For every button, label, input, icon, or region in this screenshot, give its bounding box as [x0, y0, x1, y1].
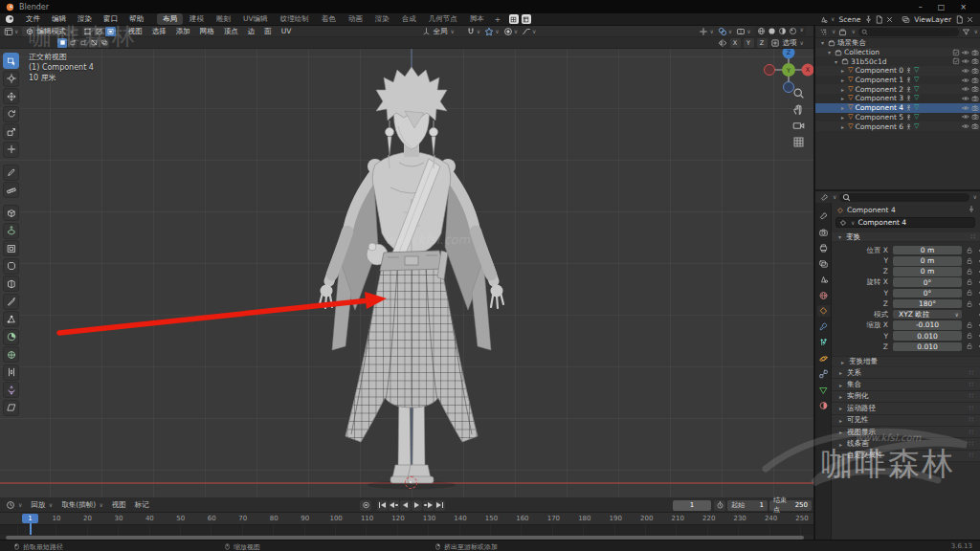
workspace-tab-10[interactable]: 脚本: [464, 13, 490, 25]
properties-tab-world[interactable]: [817, 290, 830, 301]
expand-caret-icon[interactable]: ▾: [833, 58, 839, 65]
play-button[interactable]: [412, 500, 422, 511]
proportional-edit-icon[interactable]: ∨: [503, 27, 518, 36]
hide-eye-icon[interactable]: [962, 122, 969, 130]
stopwatch-icon[interactable]: [714, 500, 725, 511]
material-shading-icon[interactable]: [778, 27, 787, 35]
playhead[interactable]: 1: [22, 514, 38, 523]
outliner-row-collection[interactable]: ▾ Collection: [815, 48, 980, 57]
xray-toggle-icon[interactable]: ∨: [736, 27, 750, 36]
properties-editor-icon[interactable]: [820, 193, 829, 202]
hide-eye-icon[interactable]: [962, 77, 969, 84]
workspace-tab-3[interactable]: UV编辑: [237, 13, 274, 25]
tool-spin-button[interactable]: [3, 329, 19, 345]
expand-caret-icon[interactable]: ▸: [839, 95, 846, 101]
section-2[interactable]: ▸ 实例化∷: [832, 391, 980, 403]
viewport-menu-3[interactable]: 网格: [195, 27, 219, 36]
expand-caret-icon[interactable]: ▾: [819, 39, 826, 46]
outliner-row-component-5[interactable]: ▸▽ Component 5 ▽: [815, 113, 980, 122]
modifier-icon[interactable]: [905, 114, 912, 121]
tool-cursor-button[interactable]: [3, 71, 19, 87]
pan-hand-icon[interactable]: [792, 103, 805, 116]
tool-edge-slide-button[interactable]: [3, 364, 19, 381]
view-layer-icon[interactable]: [902, 15, 910, 24]
scene-caret-icon[interactable]: ∨: [831, 16, 835, 22]
workspace-tab-1[interactable]: 建模: [184, 13, 210, 25]
outliner-row-场景集合[interactable]: ▾ 场景集合: [815, 38, 980, 48]
outliner-search-input[interactable]: [858, 28, 959, 36]
modifier-icon[interactable]: [905, 95, 912, 101]
checkbox-icon[interactable]: [952, 49, 960, 56]
editor-type-caret-icon[interactable]: ∨: [14, 29, 18, 34]
object-name-field[interactable]: ∨ Component 4: [835, 217, 975, 228]
wireframe-shading-icon[interactable]: [757, 27, 766, 35]
outliner-row-component-3[interactable]: ▸▽ Component 3 ▽: [815, 94, 980, 103]
lock-icon[interactable]: [966, 289, 973, 297]
new-scene-icon[interactable]: [875, 15, 883, 24]
scene-icon[interactable]: [819, 15, 828, 24]
viewport-menu-6[interactable]: 面: [259, 27, 277, 36]
properties-tab-object[interactable]: [817, 305, 830, 317]
expand-caret-icon[interactable]: ▸: [839, 104, 846, 111]
prev-keyframe-button[interactable]: [389, 500, 399, 511]
next-keyframe-button[interactable]: [423, 500, 434, 511]
tool-inset-faces-button[interactable]: [3, 240, 19, 256]
filter-funnel-icon[interactable]: [962, 28, 970, 36]
snap-target-icon[interactable]: ∨: [484, 27, 499, 36]
viewport-3d[interactable]: 正交前视图 (1) Component 4 10 厘米: [0, 49, 813, 497]
transform-value-field[interactable]: 0 m: [893, 246, 962, 255]
jump-start-button[interactable]: [377, 500, 388, 511]
solid-shading-icon[interactable]: [768, 27, 776, 35]
outliner-item-label[interactable]: Component 2: [855, 85, 903, 94]
transform-value-field[interactable]: -0.010: [893, 320, 962, 330]
modifier-icon[interactable]: [905, 86, 912, 93]
disable-render-camera-icon[interactable]: [971, 77, 979, 84]
viewport-menu-7[interactable]: UV: [277, 27, 297, 36]
zoom-icon[interactable]: [792, 87, 805, 99]
view-layer-name[interactable]: ViewLayer: [912, 15, 953, 24]
outliner-item-label[interactable]: Collection: [844, 48, 880, 56]
properties-tab-tool[interactable]: [817, 210, 830, 222]
menu-3[interactable]: 窗口: [98, 14, 123, 24]
outliner-item-label[interactable]: Component 1: [855, 76, 903, 84]
tool-move-button[interactable]: [3, 88, 19, 104]
outliner-row-component-1[interactable]: ▸▽ Component 1 ▽: [815, 76, 980, 85]
delta-transform-section[interactable]: ▸ 变换增量: [832, 356, 980, 366]
falloff-icon[interactable]: ∨: [522, 27, 536, 36]
disable-render-camera-icon[interactable]: [971, 57, 979, 65]
add-workspace-button[interactable]: +: [490, 15, 505, 24]
properties-tab-view-layer[interactable]: [817, 258, 830, 270]
properties-tab-physics[interactable]: [817, 353, 830, 364]
select-op-invert-button[interactable]: [89, 38, 99, 48]
hide-eye-icon[interactable]: [962, 85, 969, 93]
snap-magnet-icon[interactable]: ∨: [466, 27, 480, 36]
viewport-menu-0[interactable]: 视图: [123, 27, 147, 36]
tool-bevel-button[interactable]: [3, 258, 19, 275]
tool-box-select-button[interactable]: [3, 53, 19, 69]
mode-dropdown[interactable]: 编辑模式 ∨: [22, 27, 77, 36]
lock-icon[interactable]: [966, 321, 973, 329]
ortho-grid-icon[interactable]: [792, 136, 805, 148]
tool-extrude-region-button[interactable]: [3, 223, 19, 239]
outliner-item-label[interactable]: Component 5: [855, 113, 903, 121]
transform-value-field[interactable]: 0.010: [893, 342, 962, 352]
disable-render-camera-icon[interactable]: [971, 49, 979, 56]
navigation-gizmo[interactable]: Z X Y: [764, 49, 813, 97]
timeline-editor-icon[interactable]: [6, 500, 15, 510]
viewport-menu-1[interactable]: 选择: [147, 27, 171, 36]
properties-tab-constraints[interactable]: [817, 368, 830, 380]
blender-menu-icon[interactable]: [5, 14, 14, 24]
snap-face-icon[interactable]: [770, 38, 780, 48]
transform-value-field[interactable]: 0 m: [893, 267, 962, 276]
indicator-icon-1[interactable]: [509, 14, 519, 24]
outliner-item-label[interactable]: Component 6: [855, 122, 903, 131]
disable-render-camera-icon[interactable]: [971, 104, 979, 112]
outliner-item-label[interactable]: Component 3: [855, 94, 903, 102]
properties-search-input[interactable]: [839, 193, 969, 202]
pin-id-icon[interactable]: [968, 206, 975, 213]
lock-icon[interactable]: [966, 247, 973, 254]
menu-4[interactable]: 帮助: [123, 14, 149, 24]
lock-icon[interactable]: [966, 332, 973, 340]
current-frame-field[interactable]: 1: [673, 500, 711, 511]
outliner-item-label[interactable]: 31b50c1d: [851, 57, 887, 66]
